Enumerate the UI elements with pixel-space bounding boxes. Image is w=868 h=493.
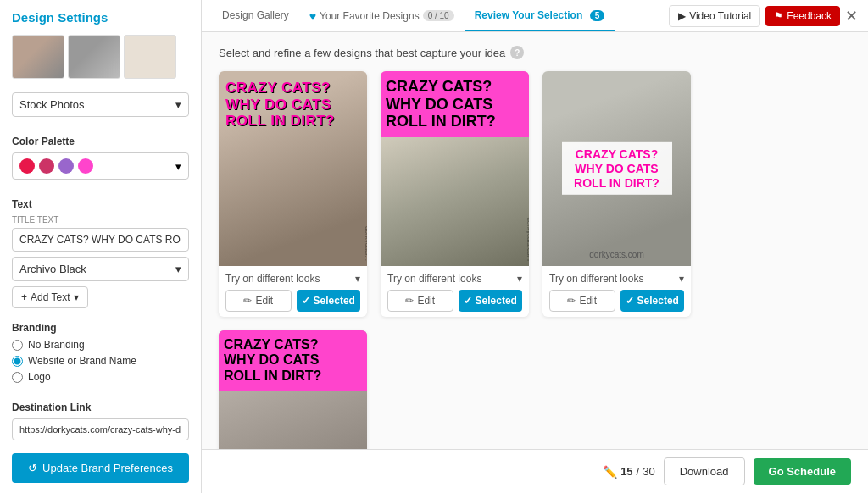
chevron-down-icon: ▾ <box>679 273 684 285</box>
card1-actions: Try on different looks ▾ ✏ Edit ✓ Select… <box>219 266 367 317</box>
flag-icon: ⚑ <box>774 10 783 22</box>
design-card-1: CRAZY CATS? WHY DO CATS ROLL IN DIRT? do… <box>219 71 367 317</box>
sidebar: Design Settings Stock Photos ▾ Color Pal… <box>0 0 202 493</box>
update-brand-button[interactable]: ↺ Update Brand Preferences <box>12 453 189 483</box>
thumbnail-3[interactable] <box>124 35 176 79</box>
pencil-icon: ✏ <box>567 295 576 307</box>
bottom-bar: ✏️ 15 / 30 Download Go Schedule <box>202 449 868 493</box>
color-dot-2 <box>39 158 54 174</box>
thumbnail-strip <box>0 31 201 86</box>
design-card-4: CRAZY CATS? WHY DO CATS ROLL IN DIRT? do… <box>219 330 367 449</box>
design-image-4: CRAZY CATS? WHY DO CATS ROLL IN DIRT? do… <box>219 330 367 449</box>
selected-button-1[interactable]: ✓ Selected <box>297 290 361 312</box>
card3-domain: dorkycats.com <box>542 250 691 259</box>
main-content: Design Gallery ♥ Your Favorite Designs 0… <box>202 0 868 493</box>
branding-none[interactable]: No Branding <box>12 339 189 351</box>
color-dot-1 <box>19 158 35 174</box>
branding-section: Branding No Branding Website or Brand Na… <box>0 315 201 395</box>
try-on-row-2: Try on different looks ▾ <box>387 273 522 285</box>
tab-design-gallery[interactable]: Design Gallery <box>212 1 299 31</box>
design-image-2: CRAZY CATS? WHY DO CATS ROLL IN DIRT? do… <box>381 71 529 266</box>
card2-actions: Try on different looks ▾ ✏ Edit ✓ Select… <box>381 266 529 317</box>
add-text-button[interactable]: + Add Text ▾ <box>12 286 88 308</box>
selected-button-3[interactable]: ✓ Selected <box>620 290 685 312</box>
go-schedule-button[interactable]: Go Schedule <box>754 458 851 485</box>
check-icon: ✓ <box>302 295 310 307</box>
plus-icon: + <box>21 291 27 303</box>
color-dot-3 <box>58 158 74 174</box>
try-on-row-1: Try on different looks ▾ <box>225 273 360 285</box>
thumbnail-1[interactable] <box>12 35 64 79</box>
review-count-badge: 5 <box>590 10 605 21</box>
btn-row-2: ✏ Edit ✓ Selected <box>387 290 522 312</box>
color-dot-4 <box>78 158 93 174</box>
info-icon: ? <box>510 46 524 59</box>
heart-icon: ♥ <box>309 9 316 23</box>
watermark-1: dorkycats... <box>364 226 367 261</box>
try-on-row-3: Try on different looks ▾ <box>549 273 684 285</box>
edit-button-3[interactable]: ✏ Edit <box>549 290 615 312</box>
chevron-down-icon: ▾ <box>175 263 181 275</box>
card1-text-overlay: CRAZY CATS? WHY DO CATS ROLL IN DIRT? <box>219 71 367 135</box>
download-button[interactable]: Download <box>664 457 745 485</box>
content-area: Select and refine a few designs that bes… <box>202 32 868 449</box>
btn-row-3: ✏ Edit ✓ Selected <box>549 290 684 312</box>
watermark-2: dorkycats.com <box>526 217 529 261</box>
fav-count-badge: 0 / 10 <box>423 10 454 21</box>
design-card-2: CRAZY CATS? WHY DO CATS ROLL IN DIRT? do… <box>381 71 529 317</box>
card4-text-overlay: CRAZY CATS? WHY DO CATS ROLL IN DIRT? <box>219 330 367 391</box>
card3-text-overlay: CRAZY CATS? WHY DO CATS ROLL IN DIRT? <box>562 142 672 195</box>
top-nav: Design Gallery ♥ Your Favorite Designs 0… <box>202 0 868 32</box>
destination-link-input[interactable] <box>12 418 189 440</box>
edit-button-1[interactable]: ✏ Edit <box>225 290 292 312</box>
color-palette-section: Color Palette ▾ <box>0 129 201 191</box>
stock-photos-section: Stock Photos ▾ <box>0 86 201 129</box>
counter-badge: ✏️ 15 / 30 <box>603 465 655 479</box>
play-icon: ▶ <box>678 10 686 22</box>
chevron-down-icon: ▾ <box>175 98 181 111</box>
thumbnail-2[interactable] <box>68 35 120 79</box>
content-subtitle: Select and refine a few designs that bes… <box>219 46 851 59</box>
branding-website[interactable]: Website or Brand Name <box>12 355 189 367</box>
check-icon: ✓ <box>626 295 634 307</box>
tab-favorite-designs[interactable]: ♥ Your Favorite Designs 0 / 10 <box>299 1 465 31</box>
check-icon: ✓ <box>464 295 472 307</box>
stock-photos-dropdown[interactable]: Stock Photos ▾ <box>12 92 189 117</box>
color-palette-dropdown[interactable]: ▾ <box>12 152 189 180</box>
card3-actions: Try on different looks ▾ ✏ Edit ✓ Select… <box>542 266 691 317</box>
pencil-icon: ✏ <box>405 295 414 307</box>
branding-logo[interactable]: Logo <box>12 371 189 383</box>
title-text-input[interactable] <box>12 228 189 252</box>
feedback-button[interactable]: ⚑ Feedback <box>765 6 840 26</box>
branding-options: No Branding Website or Brand Name Logo <box>12 339 189 383</box>
design-card-3: CRAZY CATS? WHY DO CATS ROLL IN DIRT? do… <box>542 71 691 317</box>
sidebar-title: Design Settings <box>0 0 201 31</box>
text-section: Text TITLE TEXT Archivo Black ▾ + Add Te… <box>0 191 201 315</box>
design-image-1: CRAZY CATS? WHY DO CATS ROLL IN DIRT? do… <box>219 71 367 266</box>
destination-link-section: Destination Link <box>0 395 201 447</box>
chevron-down-icon: ▾ <box>517 273 522 285</box>
color-dots <box>19 158 93 174</box>
card2-text-overlay: CRAZY CATS? WHY DO CATS ROLL IN DIRT? <box>381 71 529 137</box>
video-tutorial-button[interactable]: ▶ Video Tutorial <box>669 5 760 27</box>
tab-review-selection[interactable]: Review Your Selection 5 <box>465 1 615 31</box>
design-image-3: CRAZY CATS? WHY DO CATS ROLL IN DIRT? do… <box>542 71 691 266</box>
pencil-icon: ✏️ <box>603 465 617 479</box>
close-button[interactable]: ✕ <box>845 7 858 25</box>
chevron-down-icon: ▾ <box>355 273 360 285</box>
edit-button-2[interactable]: ✏ Edit <box>387 290 453 312</box>
pencil-icon: ✏ <box>243 295 252 307</box>
font-dropdown[interactable]: Archivo Black ▾ <box>12 257 189 281</box>
selected-button-2[interactable]: ✓ Selected <box>459 290 523 312</box>
designs-grid: CRAZY CATS? WHY DO CATS ROLL IN DIRT? do… <box>219 71 851 449</box>
btn-row-1: ✏ Edit ✓ Selected <box>225 290 360 312</box>
refresh-icon: ↺ <box>28 462 37 474</box>
chevron-down-icon: ▾ <box>175 160 181 173</box>
chevron-down-icon: ▾ <box>74 291 79 303</box>
